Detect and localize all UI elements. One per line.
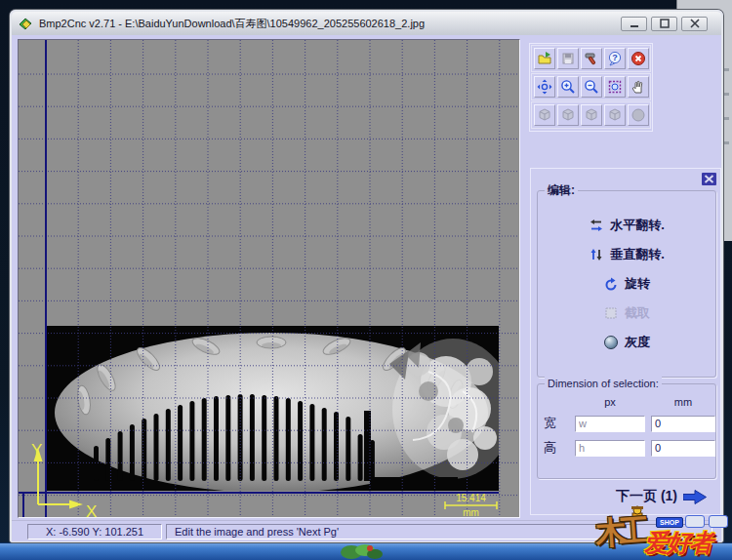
plant-icon xyxy=(338,542,385,560)
toolbar-row-view xyxy=(531,73,651,100)
comb-image xyxy=(55,333,513,493)
crop-button[interactable]: 截取 xyxy=(597,299,656,328)
image-canvas[interactable]: Y X 15.414 mm xyxy=(18,39,520,518)
x-axis-label: X xyxy=(86,502,97,517)
cursor-coordinates: X: -6.590 Y: 101.251 xyxy=(27,524,162,540)
rotate-button[interactable]: 旋转 xyxy=(597,269,656,299)
scale-value: 15.414 xyxy=(456,493,486,503)
watermark-wood-text: 木工 xyxy=(594,509,644,555)
cube-icon xyxy=(537,107,552,123)
render-sphere-button[interactable] xyxy=(628,104,649,126)
width-mm-input[interactable] xyxy=(651,416,715,432)
app-icon xyxy=(18,16,33,31)
sphere-icon xyxy=(630,107,646,123)
scale-marker: 15.414 mm xyxy=(445,493,497,517)
zoom-out-icon xyxy=(584,79,599,95)
panel-close-icon xyxy=(702,173,716,185)
fit-view-button[interactable] xyxy=(534,76,555,98)
maximize-button[interactable] xyxy=(651,17,677,31)
toolbar: ? xyxy=(529,43,653,132)
height-label: 高 xyxy=(544,439,569,457)
window-title: Bmp2Cnc v2.71 - E:\BaiduYunDownload\百寿图\… xyxy=(39,17,615,31)
grayscale-button[interactable]: 灰度 xyxy=(597,328,656,357)
scale-unit: mm xyxy=(463,507,479,517)
grayscale-sphere-icon xyxy=(603,335,619,350)
canvas-drawing: Y X 15.414 mm xyxy=(19,40,519,517)
next-page-button[interactable]: 下一页 (1) xyxy=(610,487,712,506)
select-region-icon xyxy=(607,79,623,95)
minimize-icon xyxy=(629,19,640,28)
cube-icon xyxy=(560,107,576,123)
width-label: 宽 xyxy=(544,415,569,432)
next-page-label: 下一页 (1) xyxy=(616,488,677,505)
window-controls xyxy=(621,17,708,31)
dimension-group-title: Dimension of selection: xyxy=(545,377,662,390)
next-page-arrow-icon xyxy=(683,490,707,504)
edit-group-title: 编辑: xyxy=(545,183,578,197)
watermark-tag xyxy=(709,515,728,528)
pan-button[interactable] xyxy=(628,76,649,98)
save-button[interactable] xyxy=(557,48,579,69)
exit-icon xyxy=(630,51,646,66)
tools-button[interactable] xyxy=(581,48,602,69)
watermark-logo: 木工 SHOP 爱好者 xyxy=(593,505,732,560)
px-column-header: px xyxy=(575,396,645,408)
height-px-input[interactable] xyxy=(575,440,645,457)
open-folder-icon xyxy=(537,51,552,66)
height-mm-input[interactable] xyxy=(651,440,715,457)
dimension-groupbox: Dimension of selection: px mm 宽 高 xyxy=(537,383,716,479)
panel-close-button[interactable] xyxy=(702,173,716,185)
titlebar[interactable]: Bmp2Cnc v2.71 - E:\BaiduYunDownload\百寿图\… xyxy=(12,12,721,35)
view-3d-button-1[interactable] xyxy=(534,104,555,126)
cube-icon xyxy=(584,107,599,123)
flip-vertical-icon xyxy=(589,247,604,262)
view-3d-button-4[interactable] xyxy=(604,104,626,126)
select-region-button[interactable] xyxy=(604,76,626,98)
width-px-input[interactable] xyxy=(575,416,645,432)
edit-item-label: 水平翻转. xyxy=(610,217,665,234)
watermark-fans-text: 爱好者 xyxy=(644,527,712,559)
edit-item-label: 旋转 xyxy=(625,275,650,293)
cube-icon xyxy=(607,107,623,123)
mm-column-header: mm xyxy=(651,396,715,408)
edit-groupbox: 编辑: 水平翻转. 垂直翻转. xyxy=(537,190,716,378)
zoom-in-button[interactable] xyxy=(557,76,579,98)
exit-button[interactable] xyxy=(628,48,649,69)
crop-frame-icon xyxy=(603,305,619,321)
zoom-out-button[interactable] xyxy=(581,76,602,98)
help-icon: ? xyxy=(607,51,623,66)
flip-horizontal-button[interactable]: 水平翻转. xyxy=(583,211,671,240)
minimize-button[interactable] xyxy=(621,17,647,31)
edit-item-label: 截取 xyxy=(625,304,650,322)
zoom-in-icon xyxy=(560,79,576,95)
desktop: Bmp2Cnc v2.71 - E:\BaiduYunDownload\百寿图\… xyxy=(0,0,732,560)
close-button[interactable] xyxy=(681,17,708,31)
hand-icon xyxy=(630,79,646,95)
hammer-icon xyxy=(584,51,599,66)
edit-panel: 编辑: 水平翻转. 垂直翻转. xyxy=(530,168,721,515)
open-file-button[interactable] xyxy=(534,48,555,69)
toolbar-row-file: ? xyxy=(531,45,651,72)
flip-vertical-button[interactable]: 垂直翻转. xyxy=(583,240,671,269)
maximize-icon xyxy=(659,19,671,28)
fit-view-icon xyxy=(537,79,552,95)
flip-horizontal-icon xyxy=(589,218,604,233)
help-button[interactable]: ? xyxy=(604,48,626,69)
toolbar-row-3d xyxy=(531,101,651,129)
edit-item-label: 灰度 xyxy=(625,334,650,351)
close-icon xyxy=(689,19,701,28)
rotate-icon xyxy=(603,276,619,292)
edit-item-label: 垂直翻转. xyxy=(610,246,665,263)
view-3d-button-3[interactable] xyxy=(581,104,602,126)
svg-text:?: ? xyxy=(612,53,618,62)
view-3d-button-2[interactable] xyxy=(557,104,579,126)
save-disk-icon xyxy=(560,51,576,66)
